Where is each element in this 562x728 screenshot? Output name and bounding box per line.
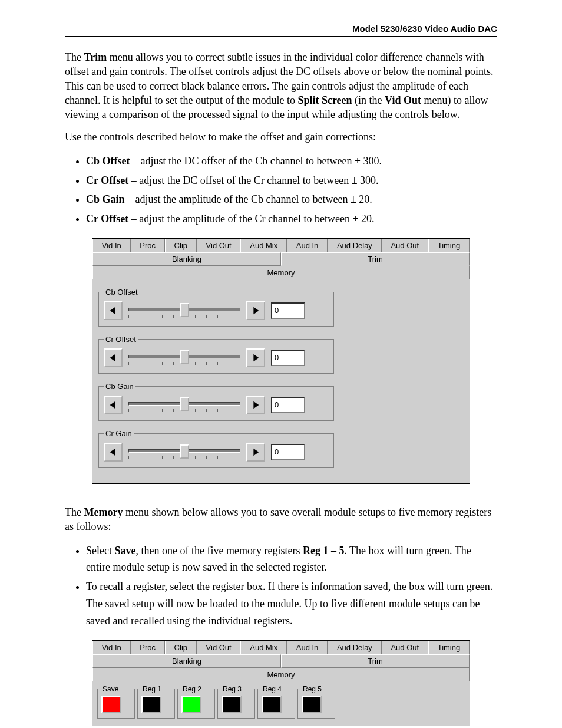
text: – adjust the DC offset of the Cb channel… — [130, 155, 382, 167]
reg5-button[interactable] — [302, 696, 322, 713]
list-item: Select Save, then one of the five memory… — [86, 542, 497, 577]
reg2-group: Reg 2 — [177, 685, 215, 719]
tab-proc[interactable]: Proc — [131, 239, 165, 252]
text: – adjust the amplitude of the Cb channel… — [125, 193, 372, 205]
reg4-button[interactable] — [262, 696, 282, 713]
save-group: Save — [97, 685, 135, 719]
cb-gain-slider[interactable] — [128, 397, 240, 412]
tab-row-2: Blanking Trim Memory — [92, 654, 470, 681]
text-bold: Vid Out — [385, 94, 421, 106]
arrow-right-icon — [250, 353, 261, 363]
cb-offset-slider[interactable] — [128, 303, 240, 318]
tab-vid-out[interactable]: Vid Out — [197, 641, 241, 654]
tab-aud-out[interactable]: Aud Out — [382, 641, 428, 654]
tab-row-2: Blanking Trim Memory — [92, 252, 470, 279]
cr-gain-slider[interactable] — [128, 444, 240, 459]
tab-aud-delay[interactable]: Aud Delay — [328, 239, 382, 252]
reg1-group: Reg 1 — [137, 685, 175, 719]
trim-intro-paragraph: The Trim menu allows you to correct subt… — [65, 50, 497, 121]
reg4-group: Reg 4 — [257, 685, 295, 719]
svg-marker-1 — [253, 307, 259, 315]
arrow-left-icon — [108, 305, 118, 316]
text-bold: Cr Offset — [86, 213, 128, 225]
reg3-button[interactable] — [222, 696, 242, 713]
tab-clip[interactable]: Clip — [165, 641, 197, 654]
increment-button[interactable] — [246, 396, 265, 414]
text: – adjust the DC offset of the Cr channel… — [128, 174, 378, 186]
cr-offset-slider[interactable] — [128, 350, 240, 365]
cb-offset-value[interactable] — [271, 302, 305, 319]
memory-intro-paragraph: The Memory menu shown below allows you t… — [65, 505, 497, 534]
svg-marker-6 — [110, 449, 115, 456]
group-label: Reg 1 — [141, 685, 163, 693]
tab-vid-in[interactable]: Vid In — [92, 641, 131, 654]
running-header: Model 5230/6230 Video Audio DAC — [65, 24, 497, 34]
svg-marker-5 — [253, 401, 259, 409]
tab-proc[interactable]: Proc — [131, 641, 165, 654]
decrement-button[interactable] — [104, 443, 123, 462]
tab-aud-out[interactable]: Aud Out — [382, 239, 428, 252]
memory-bullet-list: Select Save, then one of the five memory… — [86, 542, 497, 630]
tab-clip[interactable]: Clip — [165, 239, 197, 252]
text-bold: Memory — [84, 506, 123, 518]
tab-aud-delay[interactable]: Aud Delay — [328, 641, 382, 654]
tab-vid-out[interactable]: Vid Out — [197, 239, 241, 252]
increment-button[interactable] — [246, 443, 265, 462]
decrement-button[interactable] — [104, 348, 123, 367]
increment-button[interactable] — [246, 348, 265, 367]
tab-row-1: Vid In Proc Clip Vid Out Aud Mix Aud In … — [92, 239, 470, 252]
arrow-right-icon — [250, 400, 261, 410]
tab-timing[interactable]: Timing — [428, 641, 470, 654]
group-label: Reg 2 — [181, 685, 203, 693]
list-item: To recall a register, select the registe… — [86, 578, 497, 629]
tab-aud-mix[interactable]: Aud Mix — [240, 239, 287, 252]
tab-memory[interactable]: Memory — [92, 266, 470, 279]
reg1-button[interactable] — [141, 696, 161, 713]
decrement-button[interactable] — [104, 396, 123, 414]
trim-panel-body: Cb Offset Cr Offset — [92, 279, 340, 483]
save-button[interactable] — [101, 696, 121, 713]
text: The — [65, 506, 84, 518]
text-bold: Cb Offset — [86, 155, 130, 167]
arrow-right-icon — [250, 447, 261, 457]
list-item: Cr Offset – adjust the amplitude of the … — [86, 210, 497, 228]
cr-gain-group: Cr Gain — [98, 429, 334, 468]
tab-row-1: Vid In Proc Clip Vid Out Aud Mix Aud In … — [92, 641, 470, 654]
text: (in the — [352, 94, 385, 106]
trim-screenshot: Vid In Proc Clip Vid Out Aud Mix Aud In … — [92, 238, 470, 484]
group-label: Reg 3 — [222, 685, 243, 693]
group-label: Cb Gain — [104, 382, 135, 391]
tab-timing[interactable]: Timing — [428, 239, 470, 252]
svg-marker-2 — [110, 354, 115, 362]
cr-offset-value[interactable] — [271, 350, 305, 366]
text-bold: Cb Gain — [86, 193, 125, 205]
increment-button[interactable] — [246, 301, 265, 320]
tab-blanking[interactable]: Blanking — [92, 252, 281, 266]
tab-blanking[interactable]: Blanking — [92, 654, 281, 668]
tab-aud-mix[interactable]: Aud Mix — [240, 641, 287, 654]
text: – adjust the amplitude of the Cr channel… — [128, 213, 374, 225]
tab-vid-in[interactable]: Vid In — [92, 239, 131, 252]
text-bold: Cr Offset — [86, 174, 128, 186]
cb-offset-group: Cb Offset — [98, 288, 334, 327]
decrement-button[interactable] — [104, 301, 123, 320]
arrow-left-icon — [108, 400, 118, 410]
reg2-button[interactable] — [181, 696, 201, 713]
text: The — [65, 51, 84, 63]
tab-memory[interactable]: Memory — [92, 668, 470, 681]
cb-gain-value[interactable] — [271, 397, 305, 413]
text: , then one of the five memory registers — [135, 545, 302, 556]
tab-trim[interactable]: Trim — [281, 654, 470, 668]
svg-marker-0 — [110, 307, 115, 315]
text-bold: Reg 1 – 5 — [303, 545, 345, 556]
cr-gain-value[interactable] — [271, 444, 305, 460]
svg-marker-7 — [253, 449, 259, 456]
group-label: Reg 5 — [302, 685, 323, 693]
tab-aud-in[interactable]: Aud In — [287, 239, 328, 252]
list-item: Cb Gain – adjust the amplitude of the Cb… — [86, 191, 497, 208]
group-label: Cr Gain — [104, 429, 134, 438]
tab-trim[interactable]: Trim — [281, 252, 470, 266]
text-bold: Trim — [84, 51, 107, 63]
tab-aud-in[interactable]: Aud In — [287, 641, 328, 654]
text-bold: Split Screen — [297, 94, 352, 106]
